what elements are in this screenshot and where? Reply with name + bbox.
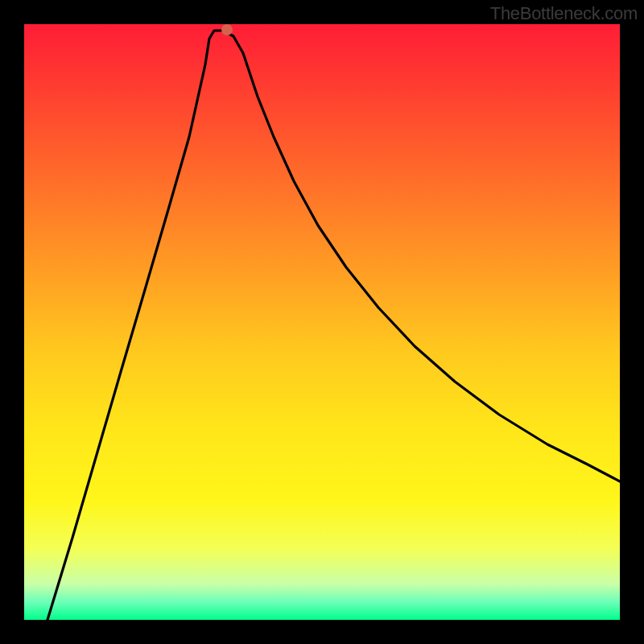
chart-frame: TheBottleneck.com <box>0 0 644 644</box>
curve-svg <box>24 24 620 620</box>
plot-area <box>24 24 620 620</box>
watermark-text: TheBottleneck.com <box>490 3 638 24</box>
optimal-point-marker <box>221 24 233 35</box>
bottleneck-curve <box>47 31 620 620</box>
